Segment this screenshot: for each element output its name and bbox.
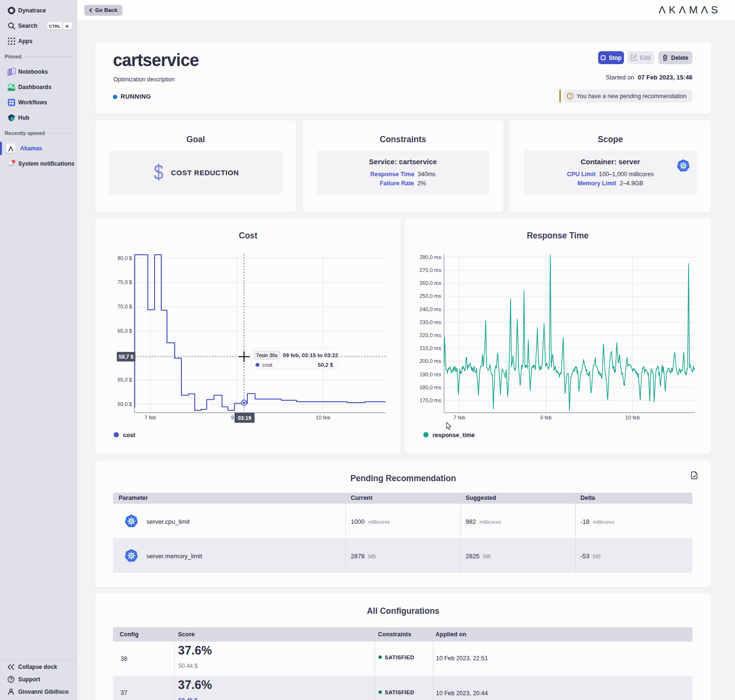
svg-text:65,0 $: 65,0 $: [117, 328, 132, 334]
svg-text:59,7 $: 59,7 $: [119, 354, 134, 360]
svg-text:70,0 $: 70,0 $: [117, 304, 132, 309]
svg-text:9 feb: 9 feb: [540, 415, 552, 420]
svg-text:50,2 $: 50,2 $: [318, 362, 334, 368]
svg-text:03:19: 03:19: [238, 415, 251, 421]
svg-text:220,0 ms: 220,0 ms: [420, 332, 442, 338]
svg-text:230,0 ms: 230,0 ms: [420, 319, 442, 325]
svg-text:270,0 ms: 270,0 ms: [420, 267, 442, 273]
svg-text:80,0 $: 80,0 $: [117, 255, 132, 261]
svg-text:response_time: response_time: [433, 432, 475, 439]
svg-text:240,0 ms: 240,0 ms: [420, 306, 442, 312]
svg-text:180,0 ms: 180,0 ms: [420, 384, 442, 390]
svg-text:7 feb: 7 feb: [145, 415, 156, 420]
svg-text:50,0 $: 50,0 $: [117, 401, 132, 407]
svg-text:260,0 ms: 260,0 ms: [420, 280, 442, 286]
svg-text:170,0 ms: 170,0 ms: [420, 397, 442, 403]
svg-text:250,0 ms: 250,0 ms: [420, 293, 442, 299]
svg-text:200,0 ms: 200,0 ms: [420, 358, 442, 364]
svg-text:cost: cost: [262, 362, 273, 368]
svg-text:10 feb: 10 feb: [625, 415, 640, 420]
svg-text:190,0 ms: 190,0 ms: [420, 372, 442, 377]
svg-text:280,0 ms: 280,0 ms: [420, 254, 442, 260]
svg-text:7min 30s: 7min 30s: [256, 352, 278, 358]
svg-text:75,0 $: 75,0 $: [117, 279, 132, 285]
svg-text:7 feb: 7 feb: [454, 415, 465, 420]
svg-text:cost: cost: [123, 432, 136, 439]
svg-text:09 feb, 03:15 to 03:22: 09 feb, 03:15 to 03:22: [283, 352, 338, 358]
svg-text:55,0 $: 55,0 $: [117, 377, 132, 383]
svg-text:10 feb: 10 feb: [316, 415, 331, 420]
svg-text:210,0 ms: 210,0 ms: [420, 345, 442, 351]
